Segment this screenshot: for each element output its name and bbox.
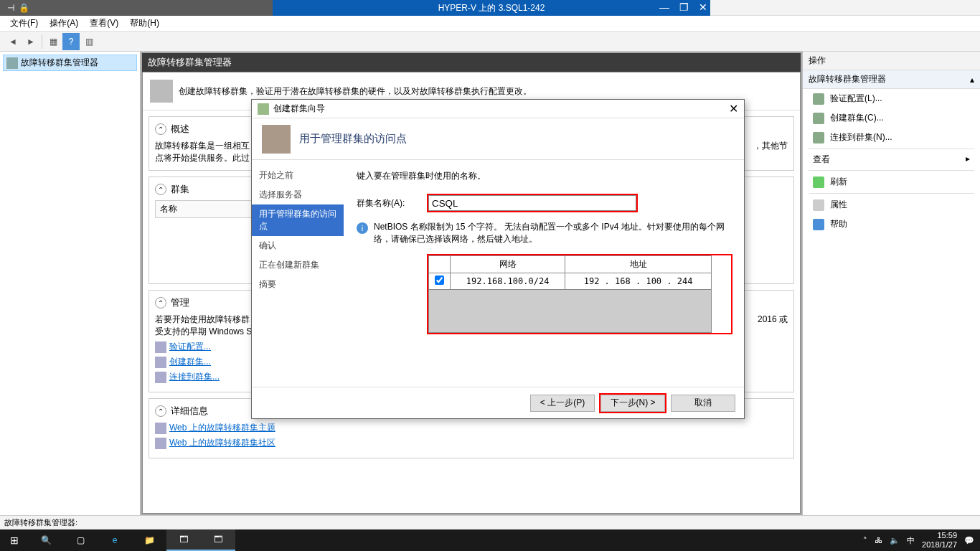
action-validate-config[interactable]: 验证配置(L)...: [803, 89, 980, 108]
cluster-name-label: 群集名称(A):: [357, 197, 421, 209]
web-icon: [155, 438, 166, 449]
action-view[interactable]: 查看▸: [803, 151, 980, 169]
info-icon: i: [357, 222, 368, 234]
mmc-tree-pane: 故障转移群集管理器: [0, 52, 141, 515]
overview-header: 概述: [171, 123, 189, 136]
vm-lock-icon[interactable]: 🔒: [17, 3, 30, 13]
menu-file[interactable]: 文件(F): [6, 16, 42, 31]
toolbar-separator: [42, 34, 42, 49]
taskbar-taskview[interactable]: ▢: [63, 529, 98, 551]
menu-view[interactable]: 查看(V): [85, 16, 123, 31]
actions-subtitle: 故障转移群集管理器 ▴: [803, 70, 980, 89]
taskbar: ⊞ 🔍 ▢ e 📁 🗔 🗔 ˄ 🖧 🔈 中 15:59 2018/1/27 💬: [0, 529, 980, 551]
toolbar-forward-button[interactable]: ►: [22, 33, 39, 50]
mmc-menubar: 文件(F) 操作(A) 查看(V) 帮助(H): [0, 16, 980, 32]
address-value[interactable]: 192 . 168 . 100 . 244: [565, 273, 712, 290]
vm-connection-titlebar: ⊣ 🔒 HYPER-V 上的 3.SQL1-242 — ❐ ✕: [0, 0, 710, 16]
clusters-collapse-icon[interactable]: ⌃: [155, 184, 166, 195]
manage-header: 管理: [171, 296, 189, 309]
network-column-header: 网络: [451, 256, 565, 273]
actions-collapse-icon[interactable]: ▴: [970, 75, 974, 85]
tray-volume-icon[interactable]: 🔈: [890, 536, 900, 545]
help-icon: [813, 219, 824, 230]
taskbar-search[interactable]: 🔍: [29, 529, 63, 551]
overview-collapse-icon[interactable]: ⌃: [155, 123, 166, 135]
cluster-manager-tree-icon: [6, 57, 18, 69]
wizard-main: 键入要在管理群集时使用的名称。 群集名称(A): i NetBIOS 名称限制为…: [344, 160, 744, 387]
wizard-icon: [258, 103, 269, 115]
nav-summary[interactable]: 摘要: [252, 275, 344, 294]
nav-select-server[interactable]: 选择服务器: [252, 185, 344, 204]
wizard-header-text: 用于管理群集的访问点: [299, 132, 407, 146]
clusters-header: 群集: [171, 183, 189, 196]
system-tray: ˄ 🖧 🔈 中 15:59 2018/1/27 💬: [863, 531, 980, 550]
action-properties[interactable]: 属性: [803, 195, 980, 215]
connect-icon: [813, 132, 824, 143]
toolbar-refresh-button[interactable]: ▥: [80, 33, 98, 50]
link-web-community[interactable]: Web 上的故障转移群集社区: [155, 437, 788, 449]
manage-tail: 2016 或: [758, 314, 788, 338]
toolbar-help-button[interactable]: ?: [62, 33, 80, 50]
create-cluster-wizard: 创建群集向导 ✕ 用于管理群集的访问点 开始之前 选择服务器 用于管理群集的访问…: [251, 99, 745, 419]
tray-network-icon[interactable]: 🖧: [875, 536, 882, 545]
wizard-next-button[interactable]: 下一步(N) >: [600, 395, 665, 412]
action-separator: [809, 170, 974, 171]
taskbar-ie[interactable]: e: [98, 529, 132, 551]
network-table-spacer: [429, 290, 712, 333]
nav-before-begin[interactable]: 开始之前: [252, 166, 344, 185]
details-collapse-icon[interactable]: ⌃: [155, 405, 166, 417]
network-address-table: 网络 地址 192.168.100.0/24 192 . 168 . 100 .…: [428, 255, 712, 333]
action-separator: [809, 149, 974, 149]
network-value: 192.168.100.0/24: [451, 273, 565, 290]
menu-help[interactable]: 帮助(H): [126, 16, 164, 31]
network-table-wrap: 网络 地址 192.168.100.0/24 192 . 168 . 100 .…: [428, 255, 731, 333]
nav-confirm[interactable]: 确认: [252, 236, 344, 255]
taskbar-explorer[interactable]: 📁: [132, 529, 166, 551]
manage-collapse-icon[interactable]: ⌃: [155, 297, 166, 309]
tray-ime-indicator[interactable]: 中: [907, 535, 915, 546]
cluster-name-input[interactable]: [428, 195, 636, 211]
link-web-topic[interactable]: Web 上的故障转移群集主题: [155, 422, 788, 434]
validate-icon: [813, 93, 824, 105]
toolbar-back-button[interactable]: ◄: [4, 33, 22, 50]
tray-up-icon[interactable]: ˄: [863, 536, 867, 545]
mmc-statusbar: 故障转移群集管理器:: [0, 515, 980, 529]
center-header: 故障转移群集管理器: [142, 53, 801, 72]
taskbar-clock[interactable]: 15:59 2018/1/27: [922, 531, 957, 550]
chevron-right-icon: ▸: [966, 154, 970, 166]
tray-notification-icon[interactable]: 💬: [964, 536, 974, 545]
action-connect-cluster[interactable]: 连接到群集(N)...: [803, 128, 980, 147]
create-cluster-icon: [155, 357, 166, 368]
wizard-titlebar: 创建群集向导 ✕: [252, 100, 744, 118]
wizard-close-button[interactable]: ✕: [729, 102, 738, 116]
vm-title-text: HYPER-V 上的 3.SQL1-242: [273, 2, 710, 14]
vm-minimize-button[interactable]: —: [659, 1, 669, 13]
action-create-cluster[interactable]: 创建群集(C)...: [803, 108, 980, 128]
manage-text: 若要开始使用故障转移群 受支持的早期 Windows S: [155, 314, 252, 338]
nav-creating[interactable]: 正在创建新群集: [252, 255, 344, 275]
action-help[interactable]: 帮助: [803, 215, 980, 234]
menu-action[interactable]: 操作(A): [45, 16, 83, 31]
nav-access-point[interactable]: 用于管理群集的访问点: [252, 204, 344, 236]
vm-pin-icon[interactable]: ⊣: [4, 3, 17, 13]
wizard-title-text: 创建群集向导: [273, 103, 325, 115]
action-refresh[interactable]: 刷新: [803, 172, 980, 192]
network-checkbox[interactable]: [435, 276, 444, 285]
wizard-prev-button[interactable]: < 上一步(P): [530, 395, 595, 412]
actions-pane-title: 操作: [803, 52, 980, 70]
cluster-name-row: 群集名称(A):: [357, 195, 731, 211]
start-button[interactable]: ⊞: [0, 529, 29, 551]
mmc-actions-pane: 操作 故障转移群集管理器 ▴ 验证配置(L)... 创建群集(C)... 连接到…: [802, 52, 980, 515]
wizard-nav: 开始之前 选择服务器 用于管理群集的访问点 确认 正在创建新群集 摘要: [252, 160, 344, 387]
taskbar-server-manager[interactable]: 🗔: [166, 529, 201, 551]
wizard-cancel-button[interactable]: 取消: [671, 395, 735, 412]
vm-restore-button[interactable]: ❐: [679, 1, 689, 13]
toolbar-show-hide-tree-button[interactable]: ▦: [44, 33, 62, 50]
wizard-intro-text: 键入要在管理群集时使用的名称。: [357, 170, 731, 182]
tree-root-cluster-manager[interactable]: 故障转移群集管理器: [3, 55, 137, 71]
create-icon: [813, 113, 824, 124]
taskbar-cluster-manager[interactable]: 🗔: [201, 529, 235, 551]
vm-close-button[interactable]: ✕: [699, 1, 707, 13]
wizard-header: 用于管理群集的访问点: [252, 118, 744, 160]
connect-cluster-icon: [155, 372, 166, 383]
